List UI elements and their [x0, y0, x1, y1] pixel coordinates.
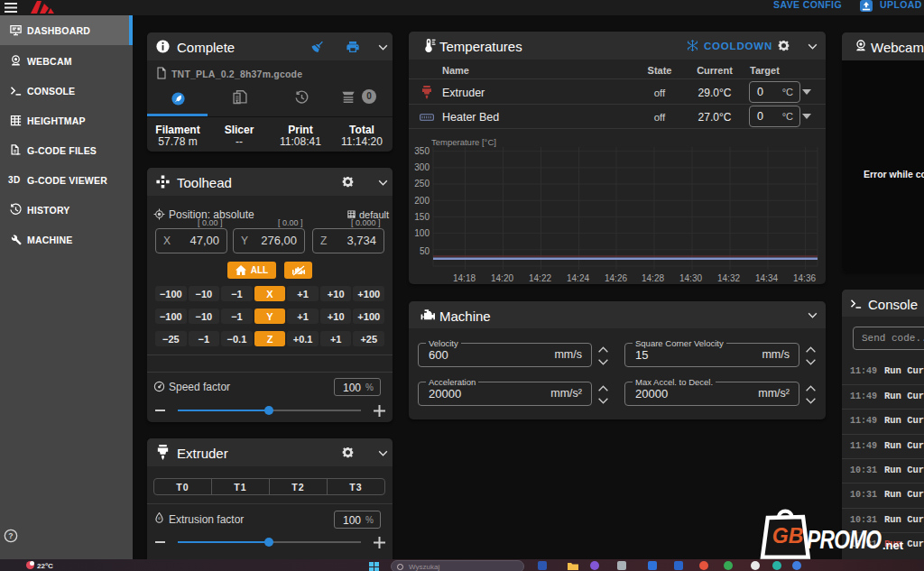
svg-text:GB: GB: [772, 524, 804, 548]
svg-text:?: ?: [8, 531, 13, 540]
svg-text:º: º: [158, 516, 161, 522]
